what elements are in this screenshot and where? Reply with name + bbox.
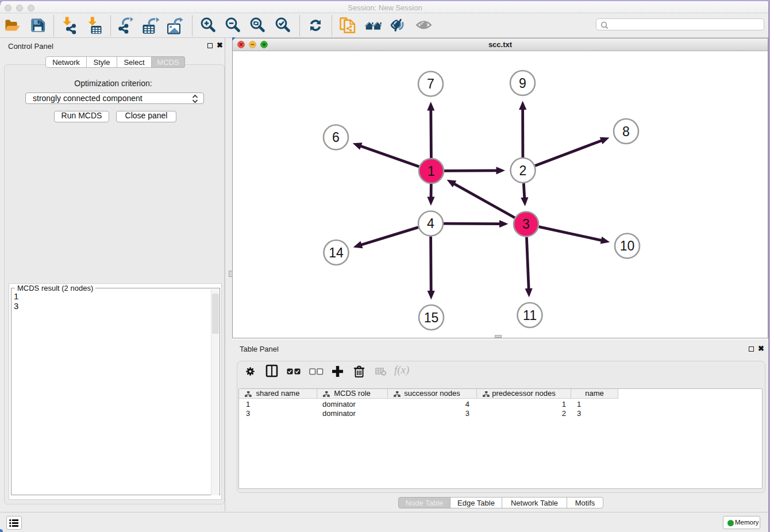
svg-text:6: 6 <box>332 130 340 145</box>
svg-text:3: 3 <box>522 217 530 232</box>
svg-text:10: 10 <box>620 238 635 253</box>
svg-text:7: 7 <box>427 76 434 91</box>
svg-text:1: 1 <box>428 164 435 179</box>
svg-text:8: 8 <box>622 124 630 139</box>
svg-text:11: 11 <box>523 308 537 323</box>
svg-text:9: 9 <box>519 76 526 91</box>
svg-text:4: 4 <box>427 216 434 231</box>
svg-text:14: 14 <box>329 245 344 260</box>
svg-text:2: 2 <box>519 163 527 178</box>
svg-text:15: 15 <box>424 310 439 325</box>
